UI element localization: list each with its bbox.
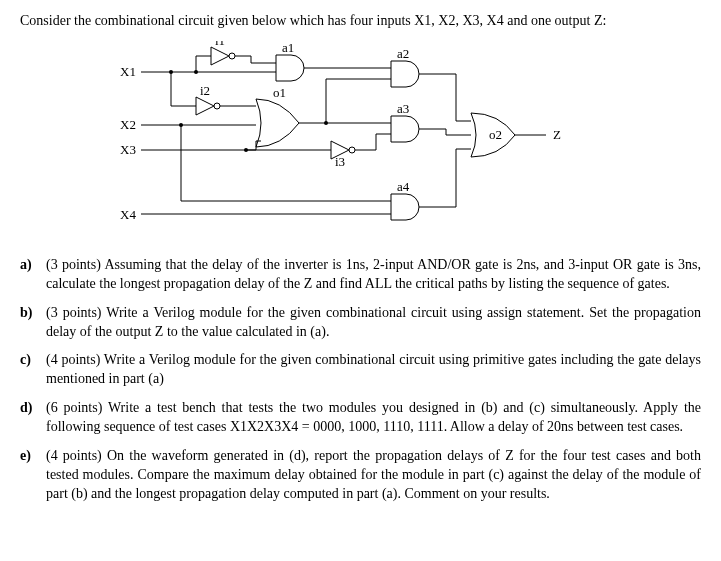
question-d-label: d) — [20, 399, 46, 437]
label-a1: a1 — [282, 41, 294, 55]
circuit-diagram: X1 X2 X3 X4 i1 i2 a1 — [101, 41, 621, 241]
label-x1: X1 — [120, 64, 136, 79]
and-gate-a3 — [391, 116, 419, 142]
question-c: c) (4 points) Write a Verilog module for… — [20, 351, 701, 389]
question-a-text: (3 points) Assuming that the delay of th… — [46, 256, 701, 294]
label-i2: i2 — [200, 83, 210, 98]
and-gate-a4 — [391, 194, 419, 220]
questions-list: a) (3 points) Assuming that the delay of… — [20, 256, 701, 504]
label-a2: a2 — [397, 46, 409, 61]
label-a4: a4 — [397, 179, 410, 194]
question-a: a) (3 points) Assuming that the delay of… — [20, 256, 701, 294]
label-x2: X2 — [120, 117, 136, 132]
question-b: b) (3 points) Write a Verilog module for… — [20, 304, 701, 342]
or-gate-o1 — [256, 99, 299, 147]
label-o2: o2 — [489, 127, 502, 142]
question-b-label: b) — [20, 304, 46, 342]
question-e-text: (4 points) On the waveform generated in … — [46, 447, 701, 504]
question-d: d) (6 points) Write a test bench that te… — [20, 399, 701, 437]
intro-text: Consider the combinational circuit given… — [20, 12, 701, 31]
inverter-i1 — [211, 47, 229, 65]
question-c-text: (4 points) Write a Verilog module for th… — [46, 351, 701, 389]
label-i3: i3 — [335, 154, 345, 169]
question-d-text: (6 points) Write a test bench that tests… — [46, 399, 701, 437]
label-x3: X3 — [120, 142, 136, 157]
label-x4: X4 — [120, 207, 136, 222]
question-c-label: c) — [20, 351, 46, 389]
question-b-text: (3 points) Write a Verilog module for th… — [46, 304, 701, 342]
label-z: Z — [553, 127, 561, 142]
question-e: e) (4 points) On the waveform generated … — [20, 447, 701, 504]
question-a-label: a) — [20, 256, 46, 294]
label-a3: a3 — [397, 101, 409, 116]
question-e-label: e) — [20, 447, 46, 504]
label-o1: o1 — [273, 85, 286, 100]
inverter-i2 — [196, 97, 214, 115]
and-gate-a2 — [391, 61, 419, 87]
label-i1: i1 — [215, 41, 225, 48]
and-gate-a1 — [276, 55, 304, 81]
